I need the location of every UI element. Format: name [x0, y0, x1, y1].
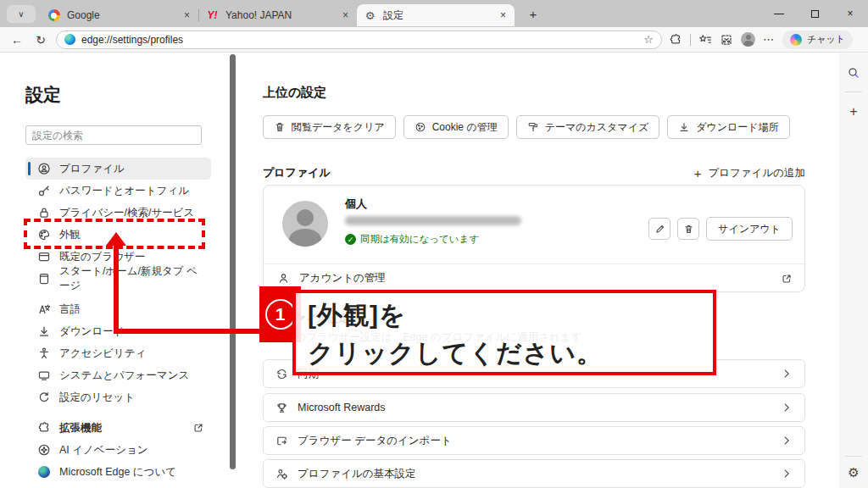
clear-browsing-data-button[interactable]: 閲覧データをクリア: [263, 115, 396, 139]
back-arrow-icon: ←: [11, 33, 23, 47]
google-favicon: [47, 9, 60, 22]
edge-sidebar-rail: + ⚙: [839, 53, 868, 488]
address-bar[interactable]: edge://settings/profiles ☆: [56, 30, 662, 49]
new-tab-button[interactable]: +: [523, 7, 543, 21]
search-icon[interactable]: [847, 66, 860, 80]
sidebar-scrollbar[interactable]: [230, 54, 236, 469]
back-button[interactable]: ←: [8, 33, 25, 47]
tab-actions-menu-button[interactable]: ∨: [7, 5, 36, 23]
extensions-icon[interactable]: [669, 33, 682, 47]
check-icon: ✓: [345, 234, 356, 245]
sidebar-item-label: Microsoft Edge について: [59, 465, 176, 480]
url-text[interactable]: edge://settings/profiles: [81, 34, 637, 46]
tab-yahoo-japan[interactable]: Y! Yahoo! JAPAN ×: [199, 4, 357, 26]
profile-icon: [37, 162, 51, 175]
sidebar-item-about-edge[interactable]: Microsoft Edge について: [25, 461, 211, 483]
tab-close-icon[interactable]: ×: [498, 9, 508, 21]
profile-avatar: [282, 201, 328, 247]
yahoo-favicon: Y!: [206, 9, 219, 22]
microsoft-rewards-row[interactable]: Microsoft Rewards: [263, 393, 805, 422]
sidebar-item-reset-settings[interactable]: 設定のリセット: [25, 386, 211, 408]
annotation-arrow-horizontal: [114, 329, 263, 334]
manage-account-label: アカウントの管理: [299, 271, 386, 286]
browser-toolbar: ← ↻ edge://settings/profiles ☆ ⋯ チャット: [0, 27, 868, 53]
add-profile-button[interactable]: + プロファイルの追加: [694, 166, 805, 180]
customize-theme-button[interactable]: テーマのカスタマイズ: [516, 115, 660, 139]
sidebar-group-gap: [25, 408, 211, 417]
annotation-arrow-vertical: [114, 244, 119, 332]
import-icon: [275, 435, 288, 447]
sidebar-item-label: 拡張機能: [59, 421, 102, 435]
window-controls: — ×: [761, 0, 868, 27]
favorite-star-icon[interactable]: ☆: [643, 33, 654, 46]
sidebar-item-system-performance[interactable]: システムとパフォーマンス: [25, 364, 211, 386]
profile-actions: サインアウト: [648, 217, 793, 241]
annotation-line1: [外観]を: [308, 296, 713, 334]
profiles-section-header: プロファイル + プロファイルの追加: [263, 165, 805, 180]
copilot-label: チャット: [807, 33, 845, 46]
manage-cookies-button[interactable]: Cookie の管理: [403, 115, 509, 139]
trash-icon: [274, 121, 286, 133]
download-location-button[interactable]: ダウンロード場所: [667, 115, 789, 139]
row-label: ブラウザー データのインポート: [298, 434, 452, 448]
toolbar-icons: ⋯ チャット: [669, 30, 853, 49]
profile-name: 個人: [345, 197, 367, 212]
sidebar-item-label: AI イノベーション: [59, 443, 148, 458]
trash-icon: [683, 224, 694, 235]
cookie-icon: [415, 121, 426, 133]
sidebar-item-accessibility[interactable]: アクセシビリティ: [25, 342, 211, 364]
favorites-icon[interactable]: [698, 33, 712, 47]
sidebar-item-ai-innovation[interactable]: AI イノベーション: [25, 439, 211, 461]
rail-divider: [845, 92, 862, 92]
plus-icon: +: [694, 166, 702, 180]
refresh-button[interactable]: ↻: [32, 33, 49, 47]
gear-icon[interactable]: ⚙: [847, 466, 860, 480]
external-link-icon: [781, 273, 793, 285]
signout-label: サインアウト: [718, 222, 781, 236]
web-capture-icon[interactable]: [720, 33, 733, 47]
tab-settings[interactable]: ⚙ 設定 ×: [357, 4, 515, 26]
sidebar-item-label: 既定のブラウザー: [59, 250, 145, 264]
chevron-right-icon: [781, 435, 793, 446]
copilot-chat-button[interactable]: チャット: [782, 30, 853, 49]
profile-preferences-row[interactable]: プロファイルの基本設定: [263, 459, 805, 488]
sidebar-item-extensions[interactable]: 拡張機能: [25, 417, 211, 439]
button-label: ダウンロード場所: [696, 120, 778, 135]
edit-profile-button[interactable]: [648, 218, 670, 240]
chevron-right-icon: [781, 468, 793, 480]
sidebar-item-profiles[interactable]: プロファイル: [25, 158, 211, 180]
delete-profile-button[interactable]: [677, 218, 699, 240]
person-icon: [277, 272, 290, 285]
close-button[interactable]: ×: [832, 0, 868, 27]
edge-logo-icon: [64, 34, 75, 45]
page-icon: [37, 272, 51, 286]
tab-close-icon[interactable]: ×: [182, 9, 192, 21]
rail-divider: [845, 456, 862, 457]
sidebar-item-passwords[interactable]: パスワードとオートフィル: [25, 180, 211, 202]
plus-icon[interactable]: +: [847, 105, 860, 119]
maximize-icon: [811, 10, 819, 18]
tab-google[interactable]: Google ×: [41, 4, 198, 26]
settings-search-input[interactable]: [25, 125, 202, 145]
profile-email-blurred: [345, 216, 521, 225]
chevron-right-icon: [781, 402, 793, 413]
import-browser-data-row[interactable]: ブラウザー データのインポート: [263, 426, 805, 455]
profile-avatar-icon[interactable]: [741, 32, 755, 47]
manage-account-row[interactable]: アカウントの管理: [264, 264, 806, 292]
paint-icon: [527, 121, 539, 133]
sidebar-item-label: プロファイル: [59, 162, 125, 176]
signout-button[interactable]: サインアウト: [706, 217, 793, 241]
tab-close-icon[interactable]: ×: [341, 9, 350, 21]
profile-gear-icon: [275, 468, 288, 480]
tab-label: Google: [67, 9, 182, 21]
settings-menu-icon[interactable]: ⋯: [763, 33, 775, 46]
download-icon: [37, 324, 51, 338]
annotation-callout: [外観]を クリックしてください。: [292, 290, 716, 375]
download-icon: [678, 121, 690, 133]
sidebar-item-label: スタート/ホーム/新規タブ ページ: [59, 264, 204, 293]
row-label: プロファイルの基本設定: [298, 467, 416, 481]
translate-icon: [37, 302, 51, 316]
button-label: 閲覧データをクリア: [292, 120, 385, 135]
minimize-button[interactable]: —: [761, 0, 797, 27]
maximize-button[interactable]: [797, 0, 832, 27]
